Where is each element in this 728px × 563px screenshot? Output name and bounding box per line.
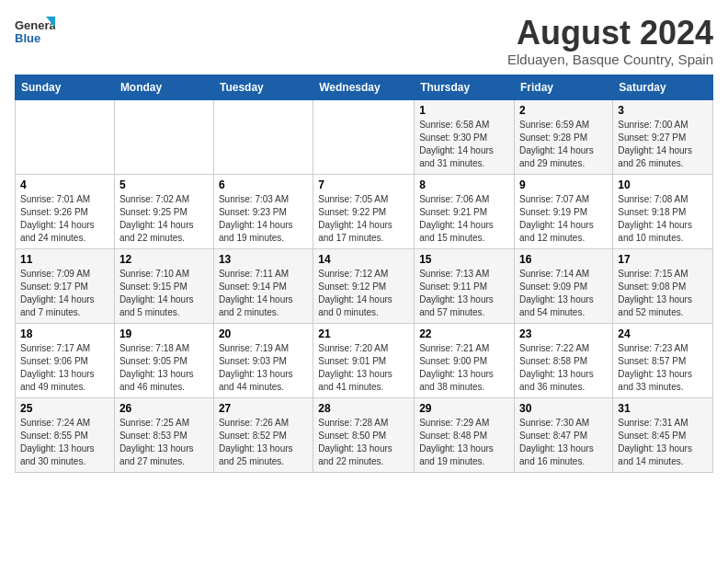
day-info: Sunrise: 6:59 AM Sunset: 9:28 PM Dayligh…	[519, 119, 608, 170]
day-cell: 11Sunrise: 7:09 AM Sunset: 9:17 PM Dayli…	[16, 248, 115, 323]
day-cell: 1Sunrise: 6:58 AM Sunset: 9:30 PM Daylig…	[415, 99, 515, 174]
header: General Blue August 2024 Elduayen, Basqu…	[15, 15, 713, 67]
day-info: Sunrise: 7:08 AM Sunset: 9:18 PM Dayligh…	[618, 193, 708, 245]
day-number: 4	[20, 178, 109, 191]
week-row-2: 4Sunrise: 7:01 AM Sunset: 9:26 PM Daylig…	[16, 174, 713, 248]
day-number: 11	[20, 253, 109, 266]
day-number: 29	[419, 402, 509, 415]
day-number: 14	[318, 253, 409, 266]
day-cell	[313, 99, 415, 174]
day-number: 13	[219, 253, 308, 266]
day-info: Sunrise: 7:19 AM Sunset: 9:03 PM Dayligh…	[219, 342, 308, 394]
day-info: Sunrise: 7:22 AM Sunset: 8:58 PM Dayligh…	[519, 342, 608, 394]
day-info: Sunrise: 6:58 AM Sunset: 9:30 PM Dayligh…	[419, 119, 509, 170]
day-info: Sunrise: 7:28 AM Sunset: 8:50 PM Dayligh…	[318, 417, 409, 468]
day-cell: 31Sunrise: 7:31 AM Sunset: 8:45 PM Dayli…	[613, 397, 713, 472]
weekday-header-sunday: Sunday	[16, 75, 115, 99]
day-cell: 12Sunrise: 7:10 AM Sunset: 9:15 PM Dayli…	[114, 248, 213, 323]
day-number: 24	[618, 327, 708, 340]
day-number: 27	[219, 402, 308, 415]
day-cell: 15Sunrise: 7:13 AM Sunset: 9:11 PM Dayli…	[415, 248, 515, 323]
day-cell: 21Sunrise: 7:20 AM Sunset: 9:01 PM Dayli…	[313, 323, 415, 397]
day-info: Sunrise: 7:21 AM Sunset: 9:00 PM Dayligh…	[419, 342, 509, 394]
day-number: 10	[618, 178, 708, 191]
day-number: 3	[618, 104, 708, 117]
day-number: 16	[519, 253, 608, 266]
day-number: 26	[119, 402, 209, 415]
week-row-4: 18Sunrise: 7:17 AM Sunset: 9:06 PM Dayli…	[16, 323, 713, 397]
day-info: Sunrise: 7:02 AM Sunset: 9:25 PM Dayligh…	[119, 193, 209, 245]
day-number: 15	[419, 253, 509, 266]
day-cell: 13Sunrise: 7:11 AM Sunset: 9:14 PM Dayli…	[213, 248, 313, 323]
day-cell: 27Sunrise: 7:26 AM Sunset: 8:52 PM Dayli…	[213, 397, 313, 472]
day-info: Sunrise: 7:00 AM Sunset: 9:27 PM Dayligh…	[618, 119, 708, 170]
day-info: Sunrise: 7:15 AM Sunset: 9:08 PM Dayligh…	[618, 268, 708, 319]
day-info: Sunrise: 7:14 AM Sunset: 9:09 PM Dayligh…	[519, 268, 608, 319]
week-row-1: 1Sunrise: 6:58 AM Sunset: 9:30 PM Daylig…	[16, 99, 713, 174]
day-number: 7	[318, 178, 409, 191]
day-info: Sunrise: 7:06 AM Sunset: 9:21 PM Dayligh…	[419, 193, 509, 245]
day-info: Sunrise: 7:29 AM Sunset: 8:48 PM Dayligh…	[419, 417, 509, 468]
weekday-header-monday: Monday	[114, 75, 213, 99]
day-info: Sunrise: 7:03 AM Sunset: 9:23 PM Dayligh…	[219, 193, 308, 245]
weekday-header-wednesday: Wednesday	[313, 75, 415, 99]
day-cell: 4Sunrise: 7:01 AM Sunset: 9:26 PM Daylig…	[16, 174, 115, 248]
day-info: Sunrise: 7:01 AM Sunset: 9:26 PM Dayligh…	[20, 193, 109, 245]
day-cell	[114, 99, 213, 174]
day-cell: 30Sunrise: 7:30 AM Sunset: 8:47 PM Dayli…	[515, 397, 613, 472]
day-cell: 25Sunrise: 7:24 AM Sunset: 8:55 PM Dayli…	[16, 397, 115, 472]
day-cell: 23Sunrise: 7:22 AM Sunset: 8:58 PM Dayli…	[515, 323, 613, 397]
day-cell: 7Sunrise: 7:05 AM Sunset: 9:22 PM Daylig…	[313, 174, 415, 248]
day-cell: 8Sunrise: 7:06 AM Sunset: 9:21 PM Daylig…	[415, 174, 515, 248]
calendar-subtitle: Elduayen, Basque Country, Spain	[507, 52, 713, 67]
day-number: 22	[419, 327, 509, 340]
day-number: 21	[318, 327, 409, 340]
day-cell: 9Sunrise: 7:07 AM Sunset: 9:19 PM Daylig…	[515, 174, 613, 248]
day-number: 8	[419, 178, 509, 191]
day-info: Sunrise: 7:17 AM Sunset: 9:06 PM Dayligh…	[20, 342, 109, 394]
day-cell: 20Sunrise: 7:19 AM Sunset: 9:03 PM Dayli…	[213, 323, 313, 397]
day-info: Sunrise: 7:24 AM Sunset: 8:55 PM Dayligh…	[20, 417, 109, 468]
day-info: Sunrise: 7:23 AM Sunset: 8:57 PM Dayligh…	[618, 342, 708, 394]
svg-text:General: General	[15, 18, 55, 32]
day-info: Sunrise: 7:09 AM Sunset: 9:17 PM Dayligh…	[20, 268, 109, 319]
day-info: Sunrise: 7:13 AM Sunset: 9:11 PM Dayligh…	[419, 268, 509, 319]
weekday-header-row: SundayMondayTuesdayWednesdayThursdayFrid…	[16, 75, 713, 99]
weekday-header-saturday: Saturday	[613, 75, 713, 99]
day-info: Sunrise: 7:30 AM Sunset: 8:47 PM Dayligh…	[519, 417, 608, 468]
day-number: 17	[618, 253, 708, 266]
day-number: 28	[318, 402, 409, 415]
weekday-header-thursday: Thursday	[415, 75, 515, 99]
day-number: 1	[419, 104, 509, 117]
day-number: 5	[119, 178, 209, 191]
weekday-header-tuesday: Tuesday	[213, 75, 313, 99]
day-number: 25	[20, 402, 109, 415]
day-cell: 17Sunrise: 7:15 AM Sunset: 9:08 PM Dayli…	[613, 248, 713, 323]
logo: General Blue	[15, 15, 55, 48]
calendar-table: SundayMondayTuesdayWednesdayThursdayFrid…	[15, 75, 713, 473]
day-cell: 22Sunrise: 7:21 AM Sunset: 9:00 PM Dayli…	[415, 323, 515, 397]
day-number: 6	[219, 178, 308, 191]
day-info: Sunrise: 7:11 AM Sunset: 9:14 PM Dayligh…	[219, 268, 308, 319]
day-number: 9	[519, 178, 608, 191]
day-info: Sunrise: 7:18 AM Sunset: 9:05 PM Dayligh…	[119, 342, 209, 394]
day-info: Sunrise: 7:07 AM Sunset: 9:19 PM Dayligh…	[519, 193, 608, 245]
day-info: Sunrise: 7:26 AM Sunset: 8:52 PM Dayligh…	[219, 417, 308, 468]
day-number: 31	[618, 402, 708, 415]
day-number: 20	[219, 327, 308, 340]
svg-text:Blue: Blue	[15, 31, 40, 45]
day-cell: 28Sunrise: 7:28 AM Sunset: 8:50 PM Dayli…	[313, 397, 415, 472]
day-number: 23	[519, 327, 608, 340]
day-info: Sunrise: 7:31 AM Sunset: 8:45 PM Dayligh…	[618, 417, 708, 468]
day-info: Sunrise: 7:20 AM Sunset: 9:01 PM Dayligh…	[318, 342, 409, 394]
logo-icon: General Blue	[15, 15, 55, 48]
day-cell	[213, 99, 313, 174]
day-info: Sunrise: 7:12 AM Sunset: 9:12 PM Dayligh…	[318, 268, 409, 319]
day-number: 19	[119, 327, 209, 340]
day-info: Sunrise: 7:10 AM Sunset: 9:15 PM Dayligh…	[119, 268, 209, 319]
week-row-3: 11Sunrise: 7:09 AM Sunset: 9:17 PM Dayli…	[16, 248, 713, 323]
day-cell	[16, 99, 115, 174]
day-cell: 26Sunrise: 7:25 AM Sunset: 8:53 PM Dayli…	[114, 397, 213, 472]
weekday-header-friday: Friday	[515, 75, 613, 99]
day-number: 2	[519, 104, 608, 117]
